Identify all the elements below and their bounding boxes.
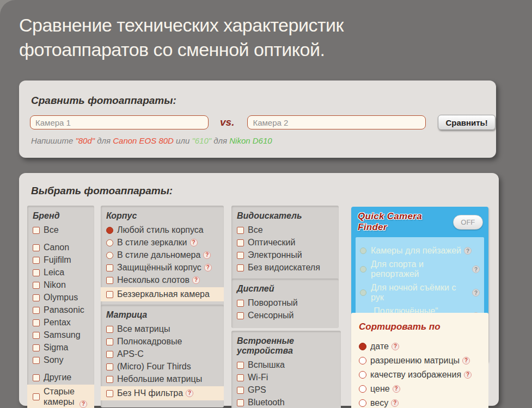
checkbox[interactable]: [237, 252, 244, 259]
checkbox[interactable]: [33, 319, 40, 326]
filter-row-devices-wifi[interactable]: Wi-Fi: [237, 372, 335, 383]
filter-row-brand-samsung[interactable]: Samsung: [33, 330, 89, 341]
checkbox[interactable]: [106, 390, 113, 397]
checkbox[interactable]: [33, 307, 40, 314]
filter-row-brand-other[interactable]: Другие: [33, 372, 89, 383]
radio[interactable]: [359, 385, 366, 393]
help-icon[interactable]: ?: [472, 265, 480, 273]
checkbox[interactable]: [106, 326, 113, 333]
radio-selected[interactable]: [359, 343, 366, 350]
filter-row-sensor-all[interactable]: Все матрицы: [106, 324, 218, 335]
filter-row-brand-old-cameras[interactable]: Старые камеры ?: [27, 385, 94, 408]
filter-row-brand-fujifilm[interactable]: Fujifilm: [33, 255, 89, 265]
filter-row-sensor-fullframe[interactable]: Полнокадровые: [106, 336, 218, 347]
filter-row-vf-electronic[interactable]: Электронный: [237, 250, 333, 261]
checkbox[interactable]: [237, 227, 244, 234]
checkbox[interactable]: [237, 300, 244, 307]
help-icon[interactable]: ?: [80, 400, 87, 408]
radio-disabled[interactable]: [360, 266, 366, 273]
filter-row-sensor-apsc[interactable]: APS-C: [106, 349, 218, 360]
sort-row-image-quality[interactable]: качеству изображения?: [359, 369, 481, 380]
checkbox[interactable]: [33, 269, 40, 276]
filter-row-brand-sigma[interactable]: Sigma: [33, 342, 89, 353]
radio[interactable]: [359, 399, 366, 407]
radio[interactable]: [359, 371, 366, 379]
filter-row-body-mirrorless[interactable]: Беззеркальная камера: [101, 287, 224, 301]
help-icon[interactable]: ?: [462, 357, 470, 364]
filter-row-brand-leica[interactable]: Leica: [33, 267, 89, 278]
filter-row-body-weatherproof[interactable]: Защищённый корпус?: [106, 262, 218, 273]
checkbox[interactable]: [106, 351, 113, 358]
radio[interactable]: [106, 252, 113, 259]
qcf-off-toggle[interactable]: OFF: [453, 215, 483, 230]
filter-row-brand-nikon[interactable]: Nikon: [33, 280, 89, 290]
filter-row-sensor-no-lowpass[interactable]: Без НЧ фильтра?: [101, 386, 224, 400]
checkbox[interactable]: [33, 227, 40, 234]
filter-row-brand-pentax[interactable]: Pentax: [33, 317, 89, 328]
help-icon[interactable]: ?: [472, 289, 480, 296]
checkbox[interactable]: [237, 312, 244, 319]
sort-row-price[interactable]: цене?: [359, 384, 481, 394]
checkbox[interactable]: [237, 387, 244, 394]
camera2-input[interactable]: [247, 115, 426, 129]
checkbox[interactable]: [237, 264, 244, 271]
help-icon[interactable]: ?: [464, 247, 472, 255]
checkbox[interactable]: [106, 376, 113, 383]
checkbox[interactable]: [33, 257, 40, 264]
help-icon[interactable]: ?: [204, 264, 212, 271]
filter-row-vf-none[interactable]: Без видоискателя: [237, 262, 333, 273]
qcf-row-landscape[interactable]: Камеры для пейзажей?: [360, 246, 480, 256]
help-icon[interactable]: ?: [392, 343, 399, 350]
checkbox[interactable]: [237, 399, 244, 406]
checkbox[interactable]: [106, 363, 113, 370]
filter-row-devices-gps[interactable]: GPS: [237, 385, 335, 395]
filter-row-brand-canon[interactable]: Canon: [33, 242, 89, 253]
filter-row-body-multi-slots[interactable]: Несколько слотов?: [106, 275, 218, 286]
filter-row-body-any[interactable]: Любой стиль корпуса: [106, 225, 218, 236]
qcf-row-night[interactable]: Для ночной съёмки с рук?: [360, 283, 480, 302]
filter-row-sensor-small[interactable]: Небольшие матрицы: [106, 374, 218, 385]
help-icon[interactable]: ?: [192, 276, 200, 284]
checkbox[interactable]: [106, 277, 113, 284]
checkbox[interactable]: [33, 374, 40, 381]
filter-row-body-slr-style[interactable]: В стиле зеркалки?: [106, 237, 218, 248]
help-icon[interactable]: ?: [190, 239, 198, 246]
filter-row-vf-optical[interactable]: Оптический: [237, 237, 333, 248]
checkbox[interactable]: [237, 374, 244, 381]
filter-row-brand-olympus[interactable]: Olympus: [33, 292, 89, 303]
filter-row-body-rangefinder-style[interactable]: В стиле дальномера?: [106, 250, 218, 261]
checkbox[interactable]: [33, 393, 40, 400]
help-icon[interactable]: ?: [393, 385, 400, 393]
sort-row-date[interactable]: дате?: [359, 341, 481, 352]
help-icon[interactable]: ?: [391, 399, 399, 407]
filter-row-display-touch[interactable]: Сенсорный: [237, 310, 333, 321]
checkbox[interactable]: [33, 344, 40, 351]
filter-row-vf-all[interactable]: Все: [237, 225, 333, 236]
sort-row-weight[interactable]: весу?: [359, 398, 481, 408]
checkbox[interactable]: [33, 332, 40, 339]
filter-row-sensor-four-thirds[interactable]: (Micro) Four Thirds: [106, 361, 218, 372]
filter-row-devices-flash[interactable]: Вспышка: [237, 360, 335, 370]
checkbox[interactable]: [106, 291, 113, 298]
qcf-row-sports[interactable]: Для спорта и репортажей?: [360, 259, 480, 279]
checkbox[interactable]: [106, 264, 113, 271]
filter-row-brand-panasonic[interactable]: Panasonic: [33, 305, 89, 316]
checkbox[interactable]: [237, 362, 244, 369]
radio[interactable]: [106, 239, 113, 246]
help-icon[interactable]: ?: [186, 390, 193, 397]
help-icon[interactable]: ?: [464, 371, 472, 379]
filter-row-devices-bluetooth[interactable]: Bluetooth: [237, 397, 335, 408]
help-icon[interactable]: ?: [203, 251, 211, 259]
checkbox[interactable]: [237, 239, 244, 246]
sort-row-resolution[interactable]: разрешению матрицы?: [359, 355, 481, 366]
checkbox[interactable]: [33, 294, 40, 301]
camera1-input[interactable]: [30, 115, 209, 129]
filter-row-brand-sony[interactable]: Sony: [33, 355, 89, 366]
checkbox[interactable]: [33, 282, 40, 289]
checkbox[interactable]: [33, 357, 40, 364]
radio-disabled[interactable]: [360, 248, 366, 254]
filter-row-brand-all[interactable]: Все: [33, 225, 89, 236]
radio[interactable]: [359, 357, 366, 364]
radio-selected[interactable]: [106, 227, 113, 234]
checkbox[interactable]: [33, 244, 40, 251]
